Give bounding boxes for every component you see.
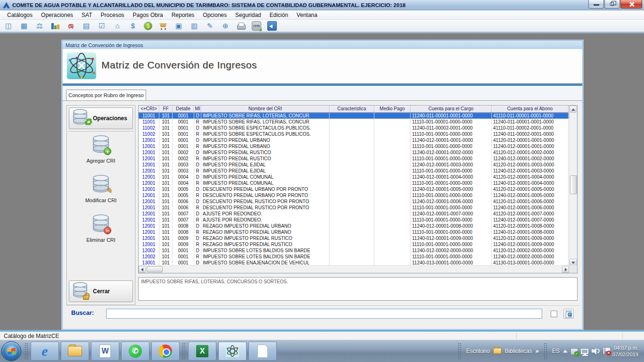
menu-cat-logos[interactable]: Catálogos [3,11,37,19]
taskbar-app-whatsapp[interactable]: ✆ [121,342,149,361]
table-row[interactable]: 120011010003RIMPUESTO PREDIAL EJIDAL1111… [139,168,569,174]
taskbar-app-word[interactable] [91,342,119,361]
menu-edici-n[interactable]: Edición [265,11,292,19]
printer-icon[interactable] [236,21,246,31]
table-row[interactable]: 120011010003DIMPUESTO PREDIAL EJIDAL1124… [139,162,569,168]
dollar-icon[interactable]: $ [128,21,138,31]
scroll-right-button[interactable] [562,266,569,273]
table-row[interactable]: 120011010005DDESCUENTO PREDIAL URBANO PO… [139,186,569,192]
search-checkbox[interactable] [551,311,557,317]
table-row[interactable]: 110011010001DIMPUESTO SOBRE RIFAS, LOTER… [139,113,569,119]
table-row[interactable]: 120021010001RIMPUESTO SOBRE LOTES BALDIO… [139,254,569,260]
menu-opciones[interactable]: Opciones [198,11,231,19]
table-row[interactable]: 120011010005RDESCUENTO PREDIAL URBANO PO… [139,192,569,198]
edit-doc-icon[interactable]: ✎ [205,21,215,31]
menu-operaciones[interactable]: Operaciones [37,11,77,19]
poliza-check-icon[interactable]: ☑ [97,21,107,31]
money-bag-icon[interactable]: $ [144,22,152,30]
column-header-cuenta-para-el-cargo[interactable]: Cuenta para el Cargo [411,106,492,113]
language-indicator[interactable]: ES [552,348,560,354]
taskbar-app-atom-app[interactable] [218,342,247,361]
table-row[interactable]: 120011010002RIMPUESTO PREDIAL RUSTICO111… [139,156,569,162]
column-header-ff[interactable]: FF [159,106,173,113]
budget-icon[interactable]: ($) [66,21,75,31]
taskbar-app-excel[interactable]: X [188,342,216,361]
close-button[interactable] [620,0,642,8]
scroll-down-button[interactable] [570,259,577,266]
table-row[interactable]: 120011010002DIMPUESTO PREDIAL RUSTICO112… [139,149,569,156]
table-row[interactable]: 110021010001RIMPUESTO SOBRE ESPECTACULOS… [139,131,569,137]
globe-icon[interactable]: ⊕ [221,21,230,31]
agregar-cri-button[interactable]: +Agregar CRI [68,135,134,164]
calendar-icon[interactable]: ▦ [19,21,29,31]
menu-reportes[interactable]: Reportes [167,11,199,19]
table-row[interactable]: 120021010001DIMPUESTO SOBRE LOTES BALDIO… [139,247,569,254]
column-header-nombre-del-cri[interactable]: Nombre del CRI [201,106,330,113]
taskbar-app-document[interactable] [248,342,277,361]
bank-icon[interactable]: ⌂ [113,21,122,31]
table-row[interactable]: 110011010001RIMPUESTO SOBRE RIFAS, LOTER… [139,119,569,125]
tray-chevron[interactable]: » [536,347,539,354]
menu-sat[interactable]: SAT [77,11,96,19]
scales-icon[interactable]: ⚖ [35,21,44,31]
table-row[interactable]: 120011010008DREZAGO IMPUESTO PREDIAL URB… [139,223,569,229]
tab-conceptos-por-rubro[interactable]: Conceptos por Rubro de Ingreso [66,90,146,100]
building-icon[interactable]: ▤ [82,21,91,31]
restore-button[interactable] [604,0,620,8]
child-window-caption[interactable]: Matriz de Conversión de Ingresos [63,41,582,49]
exit-icon[interactable] [267,21,277,31]
network-icon[interactable] [581,349,588,354]
table-row[interactable]: 120011010006DDESCUENTO PREDIAL RUSTICO P… [139,198,569,205]
desktop-toolbar-label[interactable]: Escritorio [466,348,490,354]
table-row[interactable]: 120011010001RIMPUESTO PREDIAL URBANO1111… [139,143,569,149]
cart-icon[interactable] [158,21,168,31]
search-lookup-button[interactable] [563,309,574,319]
table-row[interactable]: 120011010009RREZAGO IMPUESTO PREDIAL RUS… [139,241,569,247]
cards-icon[interactable]: ◫ [4,21,13,31]
table-row[interactable]: 120011010004DIMPUESTO PREDIAL COMUNAL112… [139,174,569,180]
search-input[interactable] [106,309,542,319]
scroll-up-button[interactable] [570,106,577,113]
table-row[interactable]: 120011010008RREZAGO IMPUESTO PREDIAL URB… [139,229,569,235]
start-button[interactable] [1,341,21,361]
minimize-button[interactable] [588,0,604,8]
column-header-cuenta-para-el-abono[interactable]: Cuenta para el Abono [492,106,569,113]
table-row[interactable]: 120011010004RIMPUESTO PREDIAL COMUNAL111… [139,180,569,186]
eliminar-cri-button[interactable]: −Eliminar CRI [68,214,134,243]
taskbar-app-chrome[interactable] [151,342,180,361]
column-header-detalle[interactable]: Detalle [173,106,194,113]
taskbar-grip[interactable] [25,343,28,360]
horizontal-scrollbar[interactable] [139,265,569,273]
table-row[interactable]: 120011010009DREZAGO IMPUESTO PREDIAL RUS… [139,235,569,241]
column-header-caracteristica[interactable]: Caracteristica [330,106,374,113]
horizontal-scroll-thumb[interactable] [147,266,163,272]
libraries-folder-icon[interactable] [493,348,502,354]
modificar-cri-button[interactable]: ✎Modificar CRI [68,175,134,203]
taskbar-grip[interactable] [182,343,186,360]
menu-pagos-obra[interactable]: Pagos Obra [129,11,167,19]
table-row[interactable]: 110021010001DIMPUESTO SOBRE ESPECTACULOS… [139,125,569,131]
table-row[interactable]: 120011010007DAJUSTE POR REDONDEO.11240-0… [139,211,569,217]
menu-procesos[interactable]: Procesos [97,11,129,19]
column-header-cri[interactable]: <+CRI> [139,106,159,113]
scroll-left-button[interactable] [139,266,146,273]
taskbar-clock[interactable]: 04:07 p.m. 07/02/2019 [612,345,641,358]
libraries-toolbar-label[interactable]: Bibliotecas [505,348,532,354]
table-row[interactable]: 120011010006RDESCUENTO PREDIAL RUSTICO P… [139,205,569,211]
vertical-scroll-thumb[interactable] [570,175,577,194]
table-row[interactable]: 120011010001DIMPUESTO PREDIAL URBANO1124… [139,137,569,143]
volume-icon[interactable] [592,347,600,355]
menu-seguridad[interactable]: Seguridad [231,11,265,19]
table-row[interactable]: 120011010007RAJUSTE POR REDONDEO.11110-0… [139,217,569,223]
action-center-icon[interactable] [603,348,609,354]
operaciones-header-button[interactable]: ♻ Operaciones [69,107,133,129]
tray-grip[interactable] [544,343,547,360]
tray-grip[interactable] [458,343,462,360]
usb-device-icon[interactable] [571,349,578,354]
ledger-icon[interactable]: ▥ [190,21,199,31]
menu-ventana[interactable]: Ventana [292,11,322,19]
taskbar-app-internet-explorer[interactable]: e [31,342,59,361]
taskbar-app-explorer[interactable] [61,342,89,361]
column-header-mi[interactable]: MI [194,106,201,113]
cerrar-button[interactable]: Cerrar [69,280,133,302]
